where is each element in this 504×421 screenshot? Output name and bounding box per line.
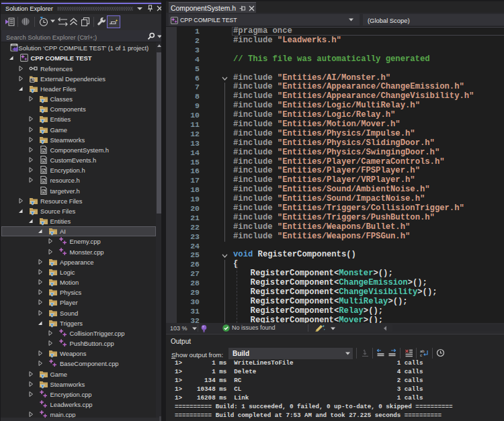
svg-text:ab: ab [420, 349, 425, 353]
svg-text:c: c [420, 353, 422, 357]
